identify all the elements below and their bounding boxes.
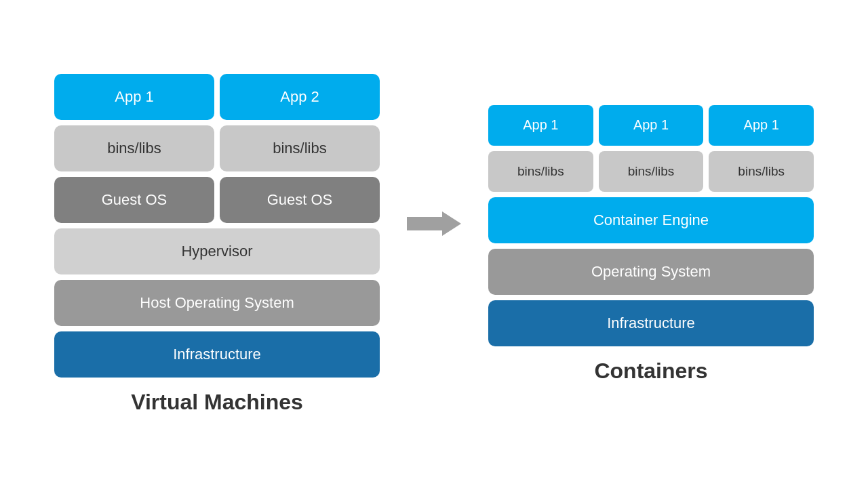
vm-hostos-box: Host Operating System	[54, 280, 380, 326]
ct-engine-row: Container Engine	[488, 197, 814, 243]
ct-engine-box: Container Engine	[488, 197, 814, 243]
ct-bins2-label: bins/libs	[628, 164, 675, 179]
ct-os-row: Operating System	[488, 249, 814, 295]
ct-app1-label: App 1	[523, 117, 558, 133]
ct-infra-label: Infrastructure	[607, 314, 695, 332]
ct-infra-row: Infrastructure	[488, 300, 814, 346]
ct-bins1-box: bins/libs	[488, 151, 593, 192]
vm-bins2-box: bins/libs	[220, 125, 380, 171]
ct-apps-row: App 1 App 1 App 1	[488, 105, 814, 146]
vm-title: Virtual Machines	[131, 390, 303, 415]
vm-bins2-label: bins/libs	[273, 140, 326, 157]
vm-hypervisor-box: Hypervisor	[54, 228, 380, 274]
ct-bins1-label: bins/libs	[517, 164, 564, 179]
ct-app2-box: App 1	[599, 105, 704, 146]
ct-bins-row: bins/libs bins/libs bins/libs	[488, 151, 814, 192]
vm-guestos2-box: Guest OS	[220, 177, 380, 223]
containers-title: Containers	[594, 359, 707, 384]
vm-app1-box: App 1	[54, 74, 214, 120]
vm-bins1-label: bins/libs	[107, 140, 161, 157]
containers-column: App 1 App 1 App 1 bins/libs bins/libs b	[488, 105, 814, 384]
vm-app2-label: App 2	[280, 88, 319, 106]
main-diagram: App 1 App 2 bins/libs bins/libs Guest OS	[27, 74, 841, 415]
vm-stack: App 1 App 2 bins/libs bins/libs Guest OS	[54, 74, 380, 378]
ct-engine-label: Container Engine	[593, 211, 709, 229]
vm-app1-label: App 1	[115, 88, 154, 106]
vm-guestos1-label: Guest OS	[102, 191, 167, 209]
vm-bins-row: bins/libs bins/libs	[54, 125, 380, 171]
vm-guestos1-box: Guest OS	[54, 177, 214, 223]
vm-app2-box: App 2	[220, 74, 380, 120]
vm-guestos-row: Guest OS Guest OS	[54, 177, 380, 223]
vm-bins1-box: bins/libs	[54, 125, 214, 171]
vm-hostos-label: Host Operating System	[140, 294, 294, 312]
arrow-container	[407, 207, 461, 281]
ct-app2-label: App 1	[633, 117, 669, 133]
vm-apps-row: App 1 App 2	[54, 74, 380, 120]
vm-infra-row: Infrastructure	[54, 331, 380, 378]
vm-infra-label: Infrastructure	[173, 346, 261, 363]
containers-stack: App 1 App 1 App 1 bins/libs bins/libs b	[488, 105, 814, 346]
vm-hypervisor-label: Hypervisor	[181, 243, 252, 260]
vm-guestos2-label: Guest OS	[267, 191, 333, 209]
ct-bins3-box: bins/libs	[709, 151, 814, 192]
ct-os-label: Operating System	[591, 263, 711, 281]
ct-bins3-label: bins/libs	[738, 164, 785, 179]
vm-column: App 1 App 2 bins/libs bins/libs Guest OS	[54, 74, 380, 415]
ct-app1-box: App 1	[488, 105, 593, 146]
svg-marker-0	[407, 211, 461, 236]
vm-infra-box: Infrastructure	[54, 331, 380, 378]
ct-app3-label: App 1	[744, 117, 779, 133]
ct-bins2-box: bins/libs	[599, 151, 704, 192]
vm-hypervisor-row: Hypervisor	[54, 228, 380, 274]
ct-os-box: Operating System	[488, 249, 814, 295]
vm-hostos-row: Host Operating System	[54, 280, 380, 326]
ct-infra-box: Infrastructure	[488, 300, 814, 346]
ct-app3-box: App 1	[709, 105, 814, 146]
arrow-icon	[407, 207, 461, 241]
